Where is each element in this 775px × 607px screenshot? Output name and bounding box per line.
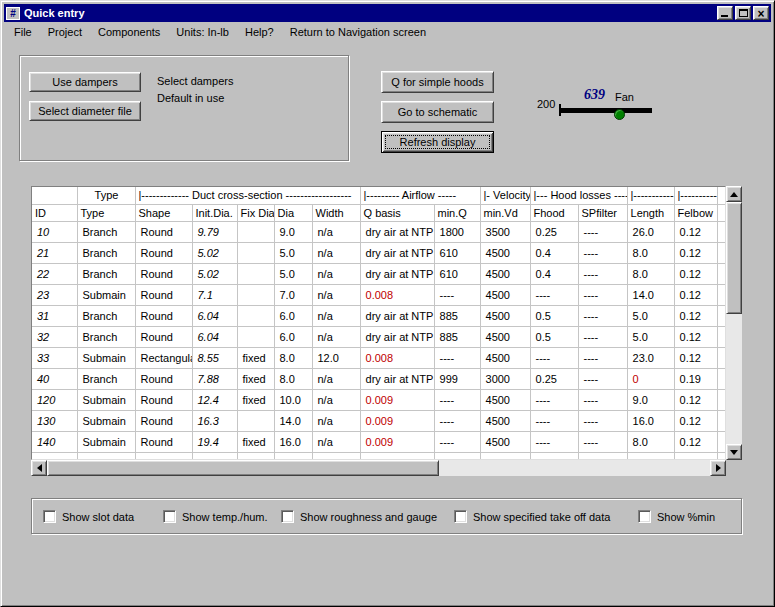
table-row[interactable]: 22BranchRound5.025.0n/adry air at NTP610…	[32, 263, 726, 284]
cell[interactable]: 33	[32, 347, 77, 368]
cell[interactable]: 8.0	[627, 452, 674, 460]
column-header-felbow[interactable]: Felbow	[674, 204, 717, 221]
cell[interactable]: 885	[434, 305, 480, 326]
cell[interactable]: ----	[578, 389, 627, 410]
cell[interactable]: fixed	[237, 347, 274, 368]
cell[interactable]	[717, 389, 726, 410]
cell[interactable]	[237, 452, 274, 460]
cell[interactable]: 6.0	[274, 305, 312, 326]
cell[interactable]: ----	[530, 284, 578, 305]
menu-item-help[interactable]: Help?	[237, 24, 282, 40]
cell[interactable]: ----	[578, 368, 627, 389]
column-header-type[interactable]: Type	[77, 204, 135, 221]
use-dampers-button[interactable]: Use dampers	[29, 72, 141, 92]
cell[interactable]: 0.25	[530, 221, 578, 242]
cell[interactable]: 6.04	[192, 305, 237, 326]
cell[interactable]: 23.0	[627, 347, 674, 368]
cell[interactable]: 12.0	[312, 347, 360, 368]
checkbox-show-temp-hum[interactable]: Show temp./hum.	[163, 510, 268, 523]
menu-item-units[interactable]: Units: In-lb	[168, 24, 237, 40]
cell[interactable]: 6.04	[192, 326, 237, 347]
cell[interactable]: 7.88	[192, 368, 237, 389]
cell[interactable]: Round	[135, 410, 192, 431]
checkbox-show-roughness-gauge[interactable]: Show roughness and gauge	[281, 510, 437, 523]
cell[interactable]: n/a	[312, 221, 360, 242]
cell[interactable]: 0.25	[530, 368, 578, 389]
cell[interactable]: 26.0	[627, 221, 674, 242]
cell[interactable]: n/a	[312, 305, 360, 326]
maximize-button[interactable]	[735, 6, 751, 20]
cell[interactable]	[237, 284, 274, 305]
cell[interactable]: fixed	[237, 389, 274, 410]
vertical-scroll-thumb[interactable]	[726, 202, 742, 314]
cell[interactable]	[717, 242, 726, 263]
cell[interactable]: ----	[530, 389, 578, 410]
cell[interactable]: Round	[135, 452, 192, 460]
column-header-length[interactable]: Length	[627, 204, 674, 221]
cell[interactable]: Round	[135, 431, 192, 452]
cell[interactable]	[717, 326, 726, 347]
cell[interactable]: ----	[578, 347, 627, 368]
cell[interactable]: 0.12	[674, 242, 717, 263]
cell[interactable]: ----	[530, 452, 578, 460]
refresh-display-button[interactable]: Refresh display	[381, 131, 494, 153]
cell[interactable]: 885	[434, 326, 480, 347]
cell[interactable]: dry air at NTP	[360, 221, 434, 242]
cell[interactable]: ----	[578, 410, 627, 431]
cell[interactable]: 0	[627, 368, 674, 389]
close-button[interactable]	[753, 6, 769, 20]
cell[interactable]: n/a	[312, 368, 360, 389]
cell[interactable]: Submain	[77, 410, 135, 431]
cell[interactable]: n/a	[312, 410, 360, 431]
table-row[interactable]: 40BranchRound7.88fixed8.0n/adry air at N…	[32, 368, 726, 389]
cell[interactable]: 5.0	[274, 242, 312, 263]
cell[interactable]: 5.0	[627, 305, 674, 326]
fan-slider-knob[interactable]	[614, 109, 625, 120]
cell[interactable]: Branch	[77, 368, 135, 389]
cell[interactable]: 0.12	[674, 284, 717, 305]
column-header-q-basis[interactable]: Q basis	[360, 204, 434, 221]
menu-item-file[interactable]: File	[6, 24, 40, 40]
cell[interactable]: 9.0	[627, 389, 674, 410]
cell[interactable]: 40	[32, 368, 77, 389]
cell[interactable]: 5.02	[192, 263, 237, 284]
cell[interactable]: Round	[135, 305, 192, 326]
cell[interactable]: 0.008	[360, 284, 434, 305]
cell[interactable]: 7.0	[274, 284, 312, 305]
table-row[interactable]: 32BranchRound6.046.0n/adry air at NTP885…	[32, 326, 726, 347]
cell[interactable]: 0.12	[674, 326, 717, 347]
cell[interactable]: dry air at NTP	[360, 305, 434, 326]
minimize-button[interactable]	[717, 6, 733, 20]
cell[interactable]	[237, 305, 274, 326]
cell[interactable]: Rectangular	[135, 347, 192, 368]
cell[interactable]: 0.009	[360, 431, 434, 452]
cell[interactable]: Branch	[77, 221, 135, 242]
menu-item-project[interactable]: Project	[40, 24, 90, 40]
cell[interactable]: 0.009	[360, 452, 434, 460]
cell[interactable]: ----	[578, 284, 627, 305]
cell[interactable]: Round	[135, 326, 192, 347]
cell[interactable]: 9.0	[274, 221, 312, 242]
cell[interactable]: n/a	[312, 452, 360, 460]
cell[interactable]: 3500	[480, 221, 530, 242]
cell[interactable]: 8.0	[627, 242, 674, 263]
cell[interactable]	[717, 263, 726, 284]
q-simple-hoods-button[interactable]: Q for simple hoods	[381, 71, 494, 93]
cell[interactable]: 4500	[480, 242, 530, 263]
cell[interactable]: 0.5	[530, 326, 578, 347]
cell[interactable]: 0.009	[360, 389, 434, 410]
checkbox-icon[interactable]	[281, 510, 294, 523]
cell[interactable]	[717, 284, 726, 305]
cell[interactable]: dry air at NTP	[360, 368, 434, 389]
cell[interactable]: ----	[434, 389, 480, 410]
cell[interactable]: Branch	[77, 263, 135, 284]
cell[interactable]: 0.12	[674, 305, 717, 326]
cell[interactable]: ----	[578, 431, 627, 452]
cell[interactable]: 0.12	[674, 431, 717, 452]
cell[interactable]: Round	[135, 263, 192, 284]
cell[interactable]: ----	[578, 305, 627, 326]
table-row[interactable]: 33SubmainRectangular8.55fixed8.012.00.00…	[32, 347, 726, 368]
cell[interactable]: 9.79	[192, 221, 237, 242]
checkbox-icon[interactable]	[638, 510, 651, 523]
column-header-fhood[interactable]: Fhood	[530, 204, 578, 221]
